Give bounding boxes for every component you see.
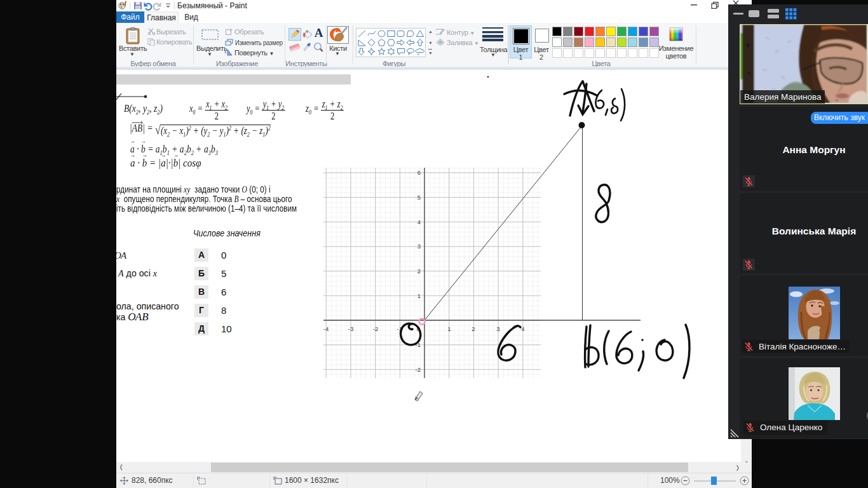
svg-text:4: 4 [417, 219, 421, 226]
svg-text:3: 3 [496, 325, 499, 332]
svg-text:-4: -4 [323, 325, 329, 332]
svg-text:-3: -3 [348, 325, 353, 332]
svg-text:-2: -2 [373, 325, 378, 332]
svg-text:4: 4 [521, 325, 524, 332]
svg-text:3: 3 [417, 243, 421, 250]
svg-text:5: 5 [417, 194, 421, 201]
svg-text:1: 1 [447, 325, 451, 332]
svg-text:6: 6 [417, 169, 421, 176]
svg-text:1: 1 [417, 292, 421, 299]
svg-text:2: 2 [417, 268, 421, 274]
svg-text:2: 2 [471, 325, 475, 332]
svg-text:-2: -2 [416, 366, 421, 373]
